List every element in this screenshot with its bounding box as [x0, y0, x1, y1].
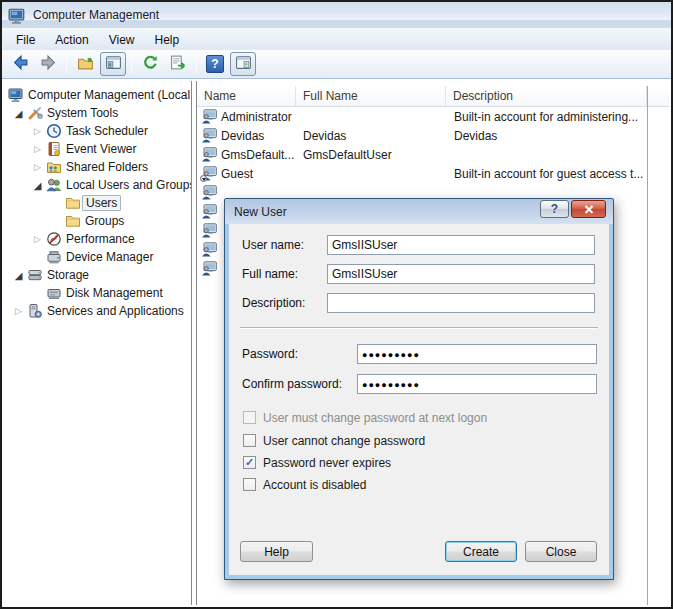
help-icon [206, 55, 224, 73]
refresh-button[interactable] [137, 52, 163, 76]
expander-expanded-icon[interactable] [10, 108, 27, 119]
title-bar[interactable]: Computer Management [2, 2, 671, 28]
user-description-cell: Built-in account for administering... [446, 110, 646, 124]
tree-item-services-and-applications[interactable]: Services and Applications [4, 302, 191, 320]
description-field[interactable] [327, 293, 595, 313]
tree-item-disk-management[interactable]: Disk Management [4, 284, 191, 302]
confirm-password-field[interactable] [357, 374, 597, 394]
column-header-description[interactable]: Description [446, 86, 647, 106]
menu-action[interactable]: Action [45, 30, 98, 50]
user-row-administrator[interactable]: Administrator Built-in account for admin… [197, 107, 669, 126]
tree-item-performance[interactable]: Performance [4, 230, 191, 248]
forward-button[interactable] [35, 52, 61, 76]
tree-item-label: Storage [44, 268, 92, 282]
user-row-gmsdefault[interactable]: GmsDefault... GmsDefaultUser [197, 145, 669, 164]
checkbox-cannot-change-password[interactable]: User cannot change password [243, 433, 425, 448]
tree-item-system-tools[interactable]: System Tools [4, 104, 191, 122]
column-header-name[interactable]: Name [197, 86, 296, 106]
tree-item-label: Local Users and Groups [63, 178, 192, 192]
window-title: Computer Management [33, 8, 159, 22]
tree-item-task-scheduler[interactable]: Task Scheduler [4, 122, 191, 140]
user-account-icon [201, 185, 217, 200]
tree-item-shared-folders[interactable]: Shared Folders [4, 158, 191, 176]
tree-item-label-selected: Users [82, 195, 121, 211]
tree-item-label: Shared Folders [63, 160, 151, 174]
performance-icon [46, 231, 63, 247]
create-button[interactable]: Create [445, 541, 517, 562]
tree-item-label: Task Scheduler [63, 124, 151, 138]
expander-collapsed-icon[interactable] [29, 162, 46, 172]
storage-icon [27, 267, 44, 283]
computer-icon [8, 87, 25, 103]
folder-icon [65, 195, 82, 211]
up-one-level-button[interactable] [72, 52, 98, 76]
back-button[interactable] [7, 52, 33, 76]
user-description-cell: Built-in account for guest access t... [446, 167, 646, 181]
tree-item-storage[interactable]: Storage [4, 266, 191, 284]
password-label: Password: [242, 347, 298, 361]
user-name-field[interactable] [327, 235, 595, 255]
tree-item-event-viewer[interactable]: Event Viewer [4, 140, 191, 158]
checkbox-label: Password never expires [263, 456, 391, 470]
close-button[interactable]: Close [525, 541, 597, 562]
event-viewer-icon [46, 141, 63, 157]
expander-collapsed-icon[interactable] [29, 126, 46, 136]
toolbar-separator [131, 55, 132, 73]
list-header: Name Full Name Description [197, 86, 669, 107]
checkbox-password-never-expires[interactable]: Password never expires [243, 455, 391, 470]
menu-file[interactable]: File [6, 30, 45, 50]
user-fullname-cell: Devidas [296, 129, 446, 143]
expander-collapsed-icon[interactable] [10, 306, 27, 316]
services-applications-icon [27, 303, 44, 319]
dialog-help-icon[interactable] [540, 200, 569, 218]
user-account-icon [201, 109, 217, 124]
app-computer-icon [8, 7, 26, 23]
tree-item-label: Services and Applications [44, 304, 187, 318]
menu-help[interactable]: Help [145, 30, 190, 50]
checkbox-icon[interactable] [243, 478, 256, 491]
tree-item-local-users-and-groups[interactable]: Local Users and Groups [4, 176, 191, 194]
forward-icon [40, 54, 57, 74]
user-description-cell: Devidas [446, 129, 646, 143]
checkbox-must-change-password: User must change password at next logon [243, 410, 487, 425]
expander-collapsed-icon[interactable] [29, 234, 46, 244]
column-header-filler [647, 86, 669, 106]
tree-item-device-manager[interactable]: Device Manager [4, 248, 191, 266]
help-button[interactable]: Help [240, 541, 313, 562]
dialog-title: New User [234, 205, 287, 219]
export-list-button[interactable] [165, 52, 191, 76]
tree-item-computer-management[interactable]: Computer Management (Local [4, 86, 191, 104]
shared-folders-icon [46, 159, 63, 175]
expander-expanded-icon[interactable] [29, 180, 46, 191]
expander-collapsed-icon[interactable] [29, 144, 46, 154]
help-button-toolbar[interactable] [202, 52, 228, 76]
expander-expanded-icon[interactable] [10, 270, 27, 281]
checkbox-account-disabled[interactable]: Account is disabled [243, 477, 366, 492]
user-row-devidas[interactable]: Devidas Devidas Devidas [197, 126, 669, 145]
show-console-tree-button[interactable] [100, 52, 126, 76]
checkbox-icon[interactable] [243, 434, 256, 447]
user-name-cell: Devidas [221, 129, 296, 143]
description-label: Description: [242, 296, 305, 310]
toolbar-separator [66, 55, 67, 73]
full-name-field[interactable] [327, 264, 595, 284]
tree-item-users[interactable]: Users [4, 194, 191, 212]
dialog-close-icon[interactable] [571, 200, 606, 218]
checkbox-checked-icon[interactable] [243, 456, 256, 469]
menu-view[interactable]: View [99, 30, 145, 50]
user-name-cell: Administrator [221, 110, 296, 124]
console-tree-pane: Computer Management (Local System Tools … [4, 81, 192, 605]
column-header-full-name[interactable]: Full Name [296, 86, 446, 106]
user-account-icon [201, 128, 217, 143]
tree-item-groups[interactable]: Groups [4, 212, 191, 230]
local-users-groups-icon [46, 177, 63, 193]
password-field[interactable] [357, 344, 597, 364]
show-action-pane-button[interactable] [230, 52, 256, 76]
disk-management-icon [46, 285, 63, 301]
user-name-cell: GmsDefault... [221, 148, 296, 162]
user-name-label: User name: [242, 238, 304, 252]
user-row-guest[interactable]: Guest Built-in account for guest access … [197, 164, 669, 183]
export-list-icon [170, 54, 187, 74]
tree-item-label: Event Viewer [63, 142, 139, 156]
confirm-password-label: Confirm password: [242, 377, 342, 391]
